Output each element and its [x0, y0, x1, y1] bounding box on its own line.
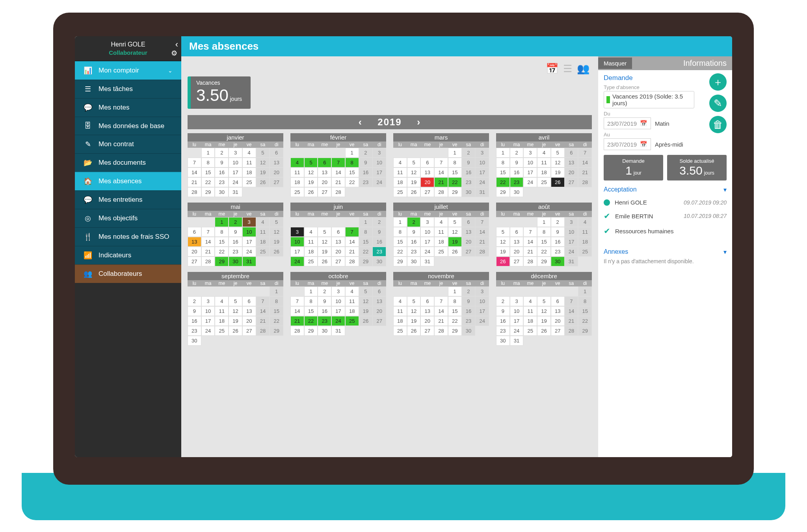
day-cell[interactable]: 5: [537, 296, 551, 306]
day-cell[interactable]: 26: [270, 247, 283, 257]
day-cell[interactable]: 13: [551, 306, 565, 316]
day-cell[interactable]: 21: [523, 247, 537, 257]
day-cell[interactable]: 7: [201, 227, 215, 237]
day-cell[interactable]: 23: [510, 177, 524, 187]
day-cell[interactable]: 18: [256, 237, 270, 247]
day-cell[interactable]: 11: [256, 227, 270, 237]
day-cell[interactable]: 27: [420, 187, 434, 197]
day-cell[interactable]: 23: [359, 177, 373, 187]
sidebar-item-3[interactable]: 🗄Mes données de base: [75, 117, 181, 135]
day-cell[interactable]: 22: [537, 247, 551, 257]
day-cell[interactable]: 14: [345, 237, 359, 247]
day-cell[interactable]: 7: [345, 227, 359, 237]
day-cell[interactable]: 15: [359, 237, 373, 247]
day-cell[interactable]: 19: [359, 306, 373, 316]
day-cell[interactable]: 24: [475, 177, 489, 187]
day-cell[interactable]: 11: [523, 306, 537, 316]
day-cell[interactable]: 11: [215, 306, 229, 316]
day-cell[interactable]: 4: [304, 227, 318, 237]
day-cell[interactable]: 7: [523, 227, 537, 237]
day-cell[interactable]: 10: [242, 227, 256, 237]
day-cell[interactable]: 10: [510, 306, 524, 316]
day-cell[interactable]: 27: [318, 187, 331, 197]
day-cell[interactable]: 22: [215, 247, 229, 257]
day-cell[interactable]: 6: [331, 227, 345, 237]
day-cell[interactable]: 13: [242, 306, 256, 316]
day-cell[interactable]: 2: [372, 217, 386, 227]
day-cell[interactable]: 25: [290, 187, 304, 197]
day-cell[interactable]: 19: [537, 316, 551, 326]
day-cell[interactable]: 13: [565, 158, 578, 167]
day-cell[interactable]: 10: [290, 237, 304, 247]
day-cell[interactable]: 7: [565, 296, 578, 306]
day-cell[interactable]: 30: [215, 187, 229, 197]
day-cell[interactable]: 28: [523, 257, 537, 266]
day-cell[interactable]: 8: [393, 227, 407, 237]
day-cell[interactable]: 12: [359, 296, 373, 306]
sidebar-item-2[interactable]: 💬Mes notes: [75, 98, 181, 117]
day-cell[interactable]: 23: [462, 177, 476, 187]
prev-year-icon[interactable]: ‹: [359, 117, 363, 127]
day-cell[interactable]: 20: [242, 316, 256, 326]
day-cell[interactable]: 13: [420, 306, 434, 316]
day-cell[interactable]: 24: [475, 316, 489, 326]
day-cell[interactable]: 27: [420, 326, 434, 336]
day-cell[interactable]: 23: [496, 326, 510, 336]
day-cell[interactable]: 30: [229, 257, 242, 266]
day-cell[interactable]: 1: [304, 286, 318, 296]
day-cell[interactable]: 17: [420, 237, 434, 247]
day-cell[interactable]: 25: [393, 326, 407, 336]
day-cell[interactable]: 19: [407, 177, 421, 187]
day-cell[interactable]: 10: [523, 158, 537, 167]
day-cell[interactable]: 19: [304, 177, 318, 187]
day-cell[interactable]: 27: [188, 257, 201, 266]
day-cell[interactable]: 31: [331, 326, 345, 336]
day-cell[interactable]: 2: [551, 217, 565, 227]
day-cell[interactable]: 9: [359, 158, 373, 167]
day-cell[interactable]: 23: [188, 326, 201, 336]
day-cell[interactable]: 1: [448, 286, 462, 296]
day-cell[interactable]: 18: [393, 316, 407, 326]
day-cell[interactable]: 9: [510, 158, 524, 167]
day-cell[interactable]: 10: [420, 227, 434, 237]
day-cell[interactable]: 7: [256, 296, 270, 306]
day-cell[interactable]: 19: [318, 247, 331, 257]
sidebar-item-6[interactable]: 🏠Mes absences: [75, 172, 181, 190]
day-cell[interactable]: 16: [510, 167, 524, 177]
day-cell[interactable]: 21: [565, 316, 578, 326]
day-cell[interactable]: 31: [229, 187, 242, 197]
day-cell[interactable]: 15: [393, 237, 407, 247]
day-cell[interactable]: 25: [537, 177, 551, 187]
day-cell[interactable]: 22: [304, 316, 318, 326]
day-cell[interactable]: 6: [565, 148, 578, 158]
day-cell[interactable]: 11: [242, 158, 256, 167]
day-cell[interactable]: 24: [372, 177, 386, 187]
day-cell[interactable]: 6: [188, 227, 201, 237]
day-cell[interactable]: 28: [331, 187, 345, 197]
day-cell[interactable]: 18: [242, 167, 256, 177]
day-cell[interactable]: 16: [215, 167, 229, 177]
day-cell[interactable]: 18: [434, 237, 448, 247]
day-cell[interactable]: 17: [372, 167, 386, 177]
day-cell[interactable]: 24: [331, 316, 345, 326]
day-cell[interactable]: 8: [537, 227, 551, 237]
day-cell[interactable]: 22: [496, 177, 510, 187]
calendar-view-icon[interactable]: 📅: [546, 63, 558, 75]
day-cell[interactable]: 3: [229, 148, 242, 158]
day-cell[interactable]: 21: [201, 247, 215, 257]
day-cell[interactable]: 20: [331, 247, 345, 257]
day-cell[interactable]: 3: [565, 217, 578, 227]
day-cell[interactable]: 5: [407, 296, 421, 306]
day-cell[interactable]: 9: [462, 158, 476, 167]
add-button[interactable]: ＋: [709, 73, 727, 91]
day-cell[interactable]: 12: [304, 167, 318, 177]
day-cell[interactable]: 15: [345, 167, 359, 177]
day-cell[interactable]: 2: [188, 296, 201, 306]
day-cell[interactable]: 25: [345, 316, 359, 326]
day-cell[interactable]: 19: [229, 316, 242, 326]
day-cell[interactable]: 29: [496, 187, 510, 197]
day-cell[interactable]: 10: [201, 306, 215, 316]
day-cell[interactable]: 21: [434, 316, 448, 326]
day-cell[interactable]: 30: [496, 336, 510, 346]
sidebar-item-5[interactable]: 📂Mes documents: [75, 153, 181, 172]
